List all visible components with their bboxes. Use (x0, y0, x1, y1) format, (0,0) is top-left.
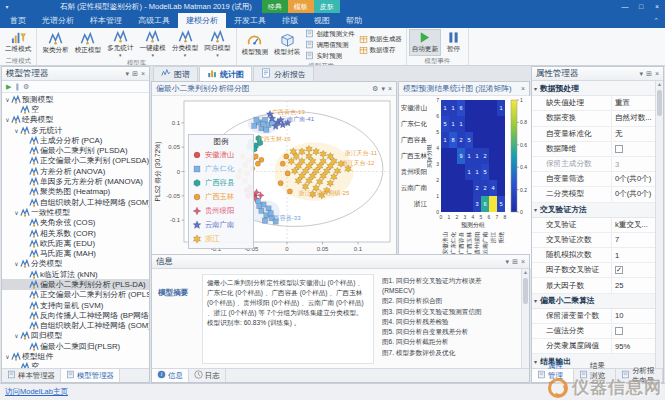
property-row[interactable]: 缺失值处理重置 (532, 96, 655, 111)
expander-icon[interactable]: ∨ (13, 332, 20, 339)
property-row[interactable]: 因子数交叉验证✓ (532, 263, 655, 278)
close-button[interactable]: × (649, 0, 665, 13)
ribbon-button[interactable]: 回归模型▾ (201, 29, 233, 58)
play-icon[interactable]: ▶ (6, 83, 11, 91)
tree-item[interactable]: k临近算法 (kNN) (2, 269, 149, 279)
pin-icon[interactable]: ⊞ (646, 70, 652, 78)
doc-tab-图谱[interactable]: 图谱 (153, 66, 198, 81)
expander-icon[interactable]: ∨ (4, 353, 11, 360)
tree-item[interactable]: ∨分类模型 (2, 259, 149, 269)
panel-tab-模型管理器[interactable]: 模型管理器 (61, 369, 120, 382)
collapse-ribbon-icon[interactable]: ⌃ (653, 17, 659, 25)
property-row[interactable]: 保留主成分数3 (532, 157, 655, 172)
ribbon-tab-样本管理[interactable]: 样本管理 (82, 13, 130, 28)
ribbon-button[interactable]: 分类模型▾ (169, 29, 201, 58)
tree-item[interactable]: 偏最小二乘判别 (PLSDA) (2, 145, 149, 155)
property-section-header[interactable]: ▾交叉验证方法 (532, 203, 655, 218)
checkbox[interactable]: ✓ (615, 266, 623, 274)
info-tab-信息[interactable]: i信息 (152, 369, 189, 382)
dock-caret-icon[interactable]: ▾ (381, 85, 385, 93)
property-section-header[interactable]: ▾数据预处理 (532, 81, 655, 96)
property-row[interactable]: 数据变换自然对数... (532, 111, 655, 126)
pin-icon[interactable]: ⊞ (512, 258, 518, 266)
close-icon[interactable]: × (521, 258, 525, 266)
tree-item[interactable]: ∨预测模型 (2, 94, 149, 104)
title-style-button[interactable]: 经典 (262, 0, 288, 13)
tree-item[interactable]: ∨回归模型 (2, 331, 149, 341)
ribbon-button[interactable]: 校正模型 (72, 29, 104, 58)
tree-item[interactable]: 正交偏最小二乘判别 (OPLSDA) (2, 156, 149, 166)
tree-item[interactable]: ∨一致性模型 (2, 207, 149, 217)
tree-item[interactable]: 自组织映射人工神经网络 (SOM) (2, 321, 149, 331)
legend-item[interactable]: 安徽潜山 (192, 148, 250, 162)
gear-icon[interactable]: ⚙ (372, 85, 378, 93)
minimize-button[interactable]: — (617, 0, 633, 13)
tree-item[interactable]: 单因多元方差分析 (MANOVA) (2, 176, 149, 186)
panel-tab-样本管理器[interactable]: 样本管理器 (2, 369, 61, 382)
doc-tab-分析报告[interactable]: 分析报告 (253, 66, 314, 81)
ribbon-button[interactable]: 模型预测 (239, 29, 271, 61)
tree-item[interactable]: 主成分分析 (PCA) (2, 135, 149, 145)
tree-item[interactable]: 相关系数 (COR) (2, 228, 149, 238)
property-row[interactable]: 分类隶属度阈值95% (532, 339, 655, 354)
ribbon-button[interactable]: 一键建模▾ (137, 29, 169, 58)
dock-caret-icon[interactable]: ▾ (640, 70, 644, 78)
ribbon-button[interactable]: 二维模式 (2, 29, 34, 56)
dock-caret-icon[interactable]: ▾ (126, 70, 130, 78)
tree-item[interactable]: 方差分析 (ANOVA) (2, 166, 149, 176)
tree-item[interactable]: 夹角余弦 (COS) (2, 218, 149, 228)
ribbon-button[interactable]: 模型封装 (271, 29, 303, 61)
property-row[interactable]: 自变量筛选0个(共0个) (532, 172, 655, 187)
legend-item[interactable]: 广东仁化 (192, 162, 250, 176)
tree-item[interactable]: ∨多元统计 (2, 125, 149, 135)
property-row[interactable]: 二值法分类 (532, 324, 655, 339)
tree-item[interactable]: 反向传播人工神经网络 (BP网络) (2, 310, 149, 320)
tree-item[interactable]: 聚类热图 (Heatmap) (2, 187, 149, 197)
ribbon-tab-开发工具[interactable]: 开发工具 (226, 13, 274, 28)
pause-icon[interactable]: ∥ (15, 83, 19, 91)
close-icon[interactable]: × (521, 85, 525, 92)
property-row[interactable]: 二分类模型0个(共0个) (532, 187, 655, 202)
legend-item[interactable]: 广西容县 (192, 176, 250, 190)
tree-item[interactable]: 支持向量机 (SVM) (2, 300, 149, 310)
quick-access-caret-icon[interactable]: ▾ (0, 3, 14, 10)
dock-caret-icon[interactable]: ▾ (506, 258, 510, 266)
ribbon-button[interactable]: 多元统计▾ (104, 29, 136, 58)
tree-item[interactable]: 偏最小二乘判别分析 (PLS-DA) (2, 279, 149, 289)
tree-item[interactable]: ∨模型组件 (2, 351, 149, 361)
ribbon-button[interactable]: 自动更新 (409, 29, 441, 56)
ribbon-tab-视图[interactable]: 视图 (306, 13, 338, 28)
expander-icon[interactable]: ∨ (4, 116, 11, 123)
ribbon-tab-光谱分析[interactable]: 光谱分析 (34, 13, 82, 28)
ribbon-tab-排版[interactable]: 排版 (274, 13, 306, 28)
tree-item[interactable]: 马氏距离 (MAH) (2, 248, 149, 258)
property-row[interactable]: 保留潜变量个数10 (532, 309, 655, 324)
property-row[interactable]: 最大因子数25 (532, 278, 655, 293)
ribbon-button[interactable]: 暂停 (441, 29, 466, 56)
property-row[interactable]: 自变量标准化无 (532, 127, 655, 142)
checkbox[interactable] (615, 327, 623, 335)
tree-item[interactable]: ∨经典模型 (2, 115, 149, 125)
doc-tab-统计图[interactable]: 统计图 (199, 66, 252, 81)
confusion-matrix-heatmap[interactable]: 1161511182591121152243650123456780123456… (427, 96, 531, 268)
close-icon[interactable]: × (655, 70, 659, 78)
info-scrollbar[interactable]: ▲ (521, 269, 529, 369)
legend-item[interactable]: 贵州绥阳 (192, 204, 250, 218)
ribbon-button[interactable]: 聚类分析 (39, 29, 71, 58)
expander-icon[interactable]: ∨ (13, 260, 20, 267)
legend-item[interactable]: 浙江 (192, 232, 250, 246)
title-style-button[interactable]: 模板 (288, 0, 314, 13)
close-icon[interactable]: × (388, 85, 392, 93)
scatter-plot[interactable]: 图例安徽潜山广东仁化广西容县广西玉林贵州绥阳云南广南浙江 -0.1-0.0500… (152, 96, 396, 268)
expander-icon[interactable]: ∨ (13, 209, 20, 216)
info-tab-日志[interactable]: 日志 (189, 369, 226, 382)
ribbon-tab-建模分析[interactable]: 建模分析 (178, 13, 226, 28)
tree-item[interactable]: 正交偏最小二乘判别分析 (OPLS-DA) (2, 290, 149, 300)
pin-icon[interactable]: ⊞ (132, 70, 138, 78)
property-row[interactable]: 交叉验证k重交叉... (532, 218, 655, 233)
tree-item[interactable]: 自组织映射人工神经网络 (SOM) (2, 197, 149, 207)
legend-item[interactable]: 云南广南 (192, 218, 250, 232)
property-section-header[interactable]: ▾偏最小二乘算法 (532, 294, 655, 309)
property-scrollbar[interactable]: ▲ (655, 81, 663, 368)
gear-icon[interactable]: ⚙ (23, 83, 29, 91)
